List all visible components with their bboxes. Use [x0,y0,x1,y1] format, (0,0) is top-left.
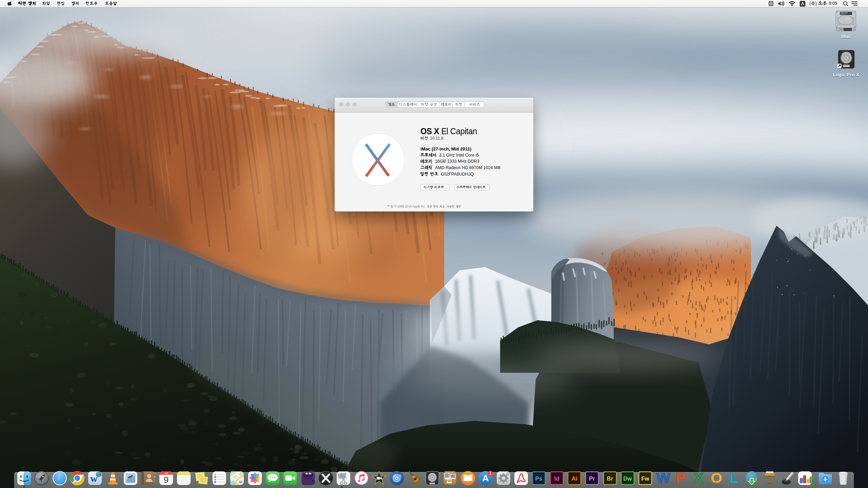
svg-text:P: P [676,470,686,486]
svg-text:Pr: Pr [589,475,595,482]
svg-text:AMD Radeon HD 6970M 1024 MB: AMD Radeon HD 6970M 1024 MB [435,165,500,170]
svg-text:Ai: Ai [571,475,577,482]
svg-text:A: A [482,473,489,483]
svg-text:Br: Br [607,475,613,482]
svg-text:...: ... [444,185,447,189]
svg-text:Dw: Dw [623,475,632,482]
svg-text:1: 1 [489,471,491,475]
svg-text:W: W [656,470,670,486]
svg-text:© 1983-2016 Apple Inc.: © 1983-2016 Apple Inc. [394,205,427,208]
svg-text:9: 9 [164,475,169,485]
svg-text:(: ( [809,1,811,6]
svg-text:...: ... [485,185,488,189]
svg-text:A: A [801,1,804,6]
svg-text:Fw: Fw [641,475,649,482]
svg-text:9:05: 9:05 [829,1,837,6]
svg-text:): ) [815,1,818,6]
svg-text:O: O [711,470,722,486]
svg-text:X: X [694,470,704,486]
svg-text:3D: 3D [239,481,242,484]
svg-text:16GB 1333 MHz DDR3: 16GB 1333 MHz DDR3 [435,159,479,164]
svg-text:C02FPA8UDHJQ: C02FPA8UDHJQ [441,172,474,177]
svg-text:3.1 GHz Intel Core i5: 3.1 GHz Intel Core i5 [439,153,479,158]
svg-text:Id: Id [554,475,559,482]
svg-text:L: L [730,470,739,486]
svg-text:10.11.6: 10.11.6 [430,136,443,141]
svg-text:12: 12 [165,472,167,475]
svg-text:Ps: Ps [535,475,542,482]
svg-text:.: . [445,205,447,208]
svg-text:™: ™ [387,205,391,208]
svg-text:iMac (27-inch, Mid 2011): iMac (27-inch, Mid 2011) [420,146,471,151]
